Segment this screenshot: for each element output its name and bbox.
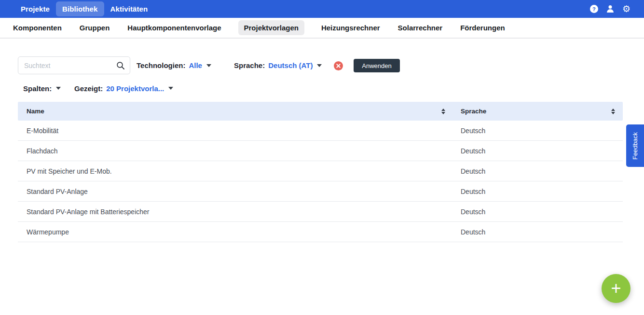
column-header-sprache-label: Sprache [461,108,486,115]
user-icon[interactable] [606,5,614,13]
table-row[interactable]: E-Mobilität Deutsch [18,121,623,141]
feedback-tab[interactable]: Feedback [626,124,644,167]
gear-icon[interactable]: ⚙ [622,4,630,14]
projektvorlagen-table: Name Sprache E-Mobilität Deutsch Flachda… [18,102,623,242]
table-header-row: Name Sprache [18,102,623,121]
feedback-label: Feedback [631,132,639,159]
table-row[interactable]: PV mit Speicher und E-Mob. Deutsch [18,161,623,181]
column-header-name-label: Name [27,108,44,115]
cell-sprache: Deutsch [461,147,623,155]
tab-solarrechner[interactable]: Solarrechner [397,20,444,35]
sprache-filter: Sprache: Deutsch (AT) [234,56,322,74]
topnav-items: Projekte Bibliothek Aktivitäten [14,1,154,16]
chevron-down-icon[interactable] [206,64,211,67]
cell-name: E-Mobilität [18,127,461,135]
technologien-filter: Technologien: Alle [137,56,211,74]
tab-heizungsrechner[interactable]: Heizungsrechner [320,20,381,35]
topnav-item-aktivitaeten[interactable]: Aktivitäten [104,1,154,16]
cell-name: Standard PV-Anlage mit Batteriespeicher [18,208,461,216]
spalten-dropdown[interactable]: Spalten: [23,81,61,96]
cell-sprache: Deutsch [461,188,623,195]
chevron-down-icon[interactable] [56,87,61,90]
gezeigt-dropdown: Gezeigt: 20 Projektvorla... [74,81,173,96]
tab-foerderungen[interactable]: Förderungen [459,20,506,35]
chevron-down-icon[interactable] [317,64,322,67]
topnav-item-bibliothek[interactable]: Bibliothek [56,1,104,16]
technologien-value[interactable]: Alle [189,61,202,69]
sort-icon[interactable] [441,109,445,114]
table-row[interactable]: Standard PV-Anlage Deutsch [18,181,623,202]
technologien-label: Technologien: [137,61,185,69]
topnav-icon-group: ? ⚙ [590,0,630,18]
cell-sprache: Deutsch [461,208,623,216]
column-header-name[interactable]: Name [18,108,461,115]
cell-name: PV mit Speicher und E-Mob. [18,167,461,175]
tab-gruppen[interactable]: Gruppen [79,20,111,35]
cell-name: Standard PV-Anlage [18,188,461,195]
search-icon[interactable] [116,61,125,70]
gezeigt-label: Gezeigt: [74,84,103,93]
spalten-label: Spalten: [23,84,52,93]
column-header-sprache[interactable]: Sprache [461,108,623,115]
topnav-item-projekte[interactable]: Projekte [14,1,56,16]
table-row[interactable]: Flachdach Deutsch [18,141,623,161]
gezeigt-value[interactable]: 20 Projektvorla... [106,84,164,93]
library-tab-bar: Komponenten Gruppen Hauptkomponentenvorl… [0,18,644,39]
tab-projektvorlagen[interactable]: Projektvorlagen [238,20,304,35]
tab-hauptkomponentenvorlage[interactable]: Hauptkomponentenvorlage [126,20,222,35]
add-button[interactable]: + [602,274,630,303]
search-box [18,56,130,74]
tab-komponenten[interactable]: Komponenten [12,20,63,35]
sprache-label: Sprache: [234,61,265,69]
library-tabs: Komponenten Gruppen Hauptkomponentenvorl… [12,20,506,35]
cell-sprache: Deutsch [461,228,623,236]
cell-name: Wärmepumpe [18,228,461,236]
sprache-value[interactable]: Deutsch (AT) [268,61,313,69]
table-row[interactable]: Standard PV-Anlage mit Batteriespeicher … [18,202,623,222]
anwenden-button[interactable]: Anwenden [354,59,400,72]
help-icon[interactable]: ? [590,5,598,13]
cell-sprache: Deutsch [461,167,623,175]
cell-sprache: Deutsch [461,127,623,135]
top-navigation-bar: Projekte Bibliothek Aktivitäten ? ⚙ [0,0,644,18]
table-row[interactable]: Wärmepumpe Deutsch [18,222,623,242]
sort-icon[interactable] [611,109,615,114]
chevron-down-icon[interactable] [168,87,173,90]
search-input[interactable] [24,62,113,69]
clear-filter-icon[interactable] [334,61,343,70]
cell-name: Flachdach [18,147,461,155]
